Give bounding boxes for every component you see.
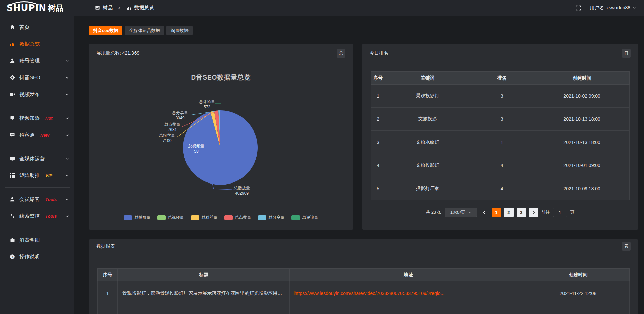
breadcrumb-separator: > <box>118 5 121 10</box>
day-toggle-button[interactable]: 日 <box>622 49 631 58</box>
sliders-icon <box>9 213 15 219</box>
sidebar-item-video-publish[interactable]: 视频发布 <box>0 86 74 103</box>
sidebar-item-label: 首页 <box>19 24 30 31</box>
sidebar-item-consumption-detail[interactable]: 消费明细 <box>0 231 74 248</box>
table-cell: 2021-11-22 12:08 <box>527 281 629 305</box>
column-header: 地址 <box>289 269 527 281</box>
sidebar-item-instructions[interactable]: ?操作说明 <box>0 248 74 265</box>
tab-inquiry-data[interactable]: 询盘数据 <box>166 26 193 35</box>
breadcrumb-current[interactable]: 数据总览 <box>134 5 154 11</box>
sidebar-item-badge: Hot <box>45 116 53 121</box>
table-cell: 2021-10-02 09:00 <box>534 85 630 108</box>
chat-icon <box>9 132 15 138</box>
sidebar-item-account-manage[interactable]: 账号管理 <box>0 52 74 69</box>
goto-page-input[interactable] <box>553 208 567 217</box>
table-cell: 2021-10-09 18:00 <box>534 177 630 200</box>
page-size-select[interactable]: 10条/页 <box>445 208 477 217</box>
table-cell: 景观投影灯 <box>385 85 470 108</box>
page-button-1[interactable]: 1 <box>492 208 501 217</box>
sidebar-divider <box>5 147 70 147</box>
chevron-down-icon <box>65 133 69 137</box>
sidebar-item-badge: VIP <box>45 173 52 178</box>
table-cell: 文旅投影 <box>385 108 470 131</box>
sidebar-item-label: 视频加热 <box>19 115 40 121</box>
sidebar-item-badge: Tools <box>45 214 57 219</box>
sidebar-divider <box>5 228 70 228</box>
sidebar-item-doukertong[interactable]: 抖客通New <box>0 126 74 143</box>
column-header: 关键词 <box>385 72 470 85</box>
chevron-down-icon <box>65 76 69 80</box>
sidebar-menu: 首页数据总览账号管理抖音SEO视频发布视频加热Hot抖客通New全媒体运营矩阵助… <box>0 16 74 314</box>
user-icon <box>9 197 15 202</box>
column-header: 序号 <box>98 269 118 281</box>
breadcrumb: 树品 > 数据总览 <box>95 5 154 11</box>
table-cell: 2021-10-13 18:00 <box>534 131 630 154</box>
report-panel: 数据报表 表 序号标题地址创建时间1景观投影灯，夜游景观投影灯厂家展示展示落花灯… <box>89 239 638 314</box>
page-button-3[interactable]: 3 <box>517 208 526 217</box>
bar-chart-icon <box>126 5 131 11</box>
chevron-down-icon <box>65 214 69 218</box>
sidebar-item-douyin-seo[interactable]: 抖音SEO <box>0 69 74 86</box>
table-cell: 1 <box>371 85 385 108</box>
table-cell: 3 <box>470 85 534 108</box>
logo-arc-icon <box>9 1 40 6</box>
column-header: 标题 <box>118 269 289 281</box>
table-cell <box>289 305 527 314</box>
sidebar-item-label: 操作说明 <box>19 254 40 260</box>
main-content: 抖音seo数据全媒体运营数据询盘数据 展现量总数: 421,369 总 D音SE… <box>74 16 644 314</box>
goto-label: 前往 <box>541 209 550 215</box>
screen-icon <box>9 115 15 121</box>
camera-icon <box>9 92 15 97</box>
video-link[interactable]: https://www.iesdouyin.com/share/video/70… <box>294 291 445 296</box>
sidebar-item-label: 全媒体运营 <box>19 156 45 162</box>
table-cell: 文旅水纹灯 <box>385 131 470 154</box>
sidebar-item-clue-monitor[interactable]: 线索监控Tools <box>0 208 74 224</box>
report-panel-title: 数据报表 <box>96 243 115 249</box>
username-label: 用户名: zswodun88 <box>590 5 630 11</box>
table-cell <box>527 305 629 314</box>
home-icon <box>9 24 15 30</box>
sidebar-item-matrix-boost[interactable]: 矩阵助推VIP <box>0 167 74 184</box>
sidebar-item-data-overview[interactable]: 数据总览 <box>0 36 74 52</box>
question-icon: ? <box>9 254 15 260</box>
ranking-panel: 今日排名 日 序号关键词排名创建时间1景观投影灯32021-10-02 09:0… <box>362 44 638 230</box>
table-cell: 2 <box>371 108 385 131</box>
table-cell: 1 <box>98 281 118 305</box>
data-tabs: 抖音seo数据全媒体运营数据询盘数据 <box>89 26 638 35</box>
table-row: 1景观投影灯32021-10-02 09:00 <box>371 85 630 108</box>
page-button-2[interactable]: 2 <box>504 208 514 217</box>
total-toggle-button[interactable]: 总 <box>337 49 345 58</box>
table-cell: 投影灯厂家 <box>385 177 470 200</box>
column-header: 创建时间 <box>534 72 630 85</box>
prev-page-button[interactable] <box>480 208 489 217</box>
app-logo[interactable]: SHUPIN 树品 <box>0 0 74 16</box>
sidebar-item-media-operation[interactable]: 全媒体运营 <box>0 150 74 167</box>
user-menu[interactable]: 用户名: zswodun88 <box>590 5 636 11</box>
sidebar-item-label: 消费明细 <box>19 237 40 243</box>
table-cell: 3 <box>371 131 385 154</box>
next-page-button[interactable] <box>529 208 538 217</box>
sidebar: SHUPIN 树品 首页数据总览账号管理抖音SEO视频发布视频加热Hot抖客通N… <box>0 0 74 314</box>
tab-media-operation-data[interactable]: 全媒体运营数据 <box>125 26 164 35</box>
chevron-down-icon <box>65 157 69 161</box>
chevron-down-icon <box>65 59 69 63</box>
sidebar-item-label: 矩阵助推 <box>19 172 40 179</box>
fullscreen-icon[interactable] <box>576 5 581 11</box>
chart-icon <box>9 41 15 47</box>
tab-douyin-seo-data[interactable]: 抖音seo数据 <box>89 26 122 35</box>
table-cell <box>118 305 289 314</box>
logo-text-cn: 树品 <box>48 3 63 13</box>
label-leader-lines <box>89 63 353 230</box>
breadcrumb-root[interactable]: 树品 <box>103 5 113 11</box>
sidebar-item-label: 抖客通 <box>19 132 35 138</box>
svg-text:?: ? <box>11 255 13 258</box>
overview-panel-title: 展现量总数: 421,369 <box>96 50 139 56</box>
table-toggle-button[interactable]: 表 <box>622 242 631 251</box>
pie-chart: D音SEO数据量总览 总播放量总视频量总粉丝量总点赞量总分享量总评论量 总播放量… <box>89 63 353 230</box>
sidebar-item-home[interactable]: 首页 <box>0 19 74 36</box>
sidebar-item-label: 视频发布 <box>19 91 40 98</box>
sidebar-item-video-heat[interactable]: 视频加热Hot <box>0 110 74 126</box>
sidebar-item-member-baoke[interactable]: 会员爆客Tools <box>0 191 74 208</box>
chevron-left-icon <box>482 210 486 214</box>
table-row: 5投影灯厂家42021-10-09 18:00 <box>371 177 630 200</box>
